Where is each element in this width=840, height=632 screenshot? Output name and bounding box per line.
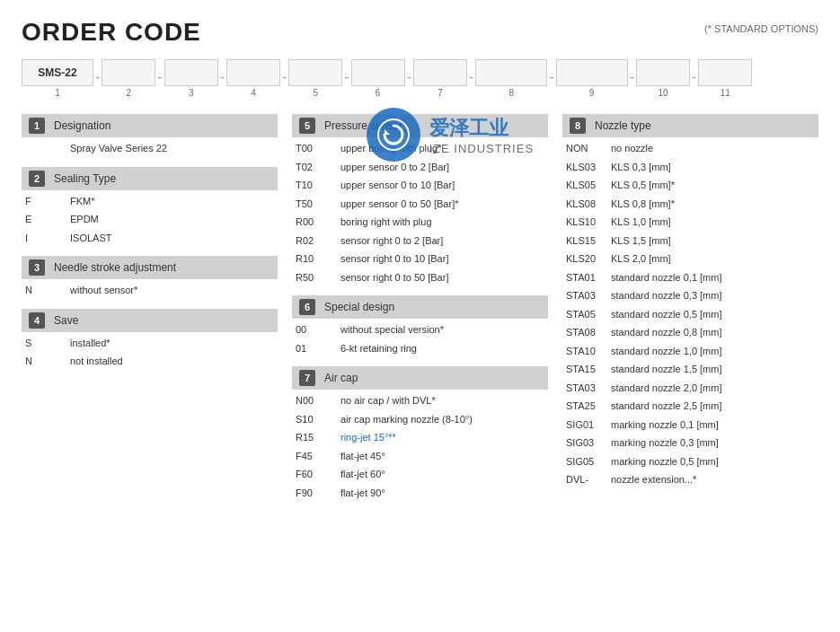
row-R50: R50 sensor right 0 to 50 [Bar] xyxy=(292,268,548,287)
section-6-header: 6 Special design xyxy=(292,295,548,319)
section-4: 4 Save S installed* N not installed xyxy=(22,309,278,371)
oc-sep-3: - xyxy=(280,69,288,98)
section-8-header: 8 Nozzle type xyxy=(562,114,818,137)
desc-F60: flat-jet 60° xyxy=(340,467,385,482)
oc-cell-3: 3 xyxy=(164,59,218,98)
desc-STA10: standard nozzle 1,0 [mm] xyxy=(611,344,722,359)
desc-KLS05: KLS 0,5 [mm]* xyxy=(611,178,675,193)
desc-F45: flat-jet 45° xyxy=(340,449,385,464)
section-5-header: 5 Pressure sensor xyxy=(292,114,548,137)
code-STA10: STA10 xyxy=(566,344,604,359)
row-01: 01 6-kt retaining ring xyxy=(292,339,548,358)
desc-R10: sensor right 0 to 10 [Bar] xyxy=(340,251,448,267)
section-4-header: 4 Save xyxy=(22,309,278,332)
row-STA01: STA01 standard nozzle 0,1 [mm] xyxy=(562,268,818,287)
row-STA03b: STA03 standard nozzle 2,0 [mm] xyxy=(562,379,818,398)
row-STA25: STA25 standard nozzle 2,5 [mm] xyxy=(562,397,818,416)
desc-SIG03: marking nozzle 0,3 [mm] xyxy=(611,435,719,451)
section-1-num: 1 xyxy=(29,118,45,134)
col-3: 8 Nozzle type NON no nozzle KLS03 KLS 0,… xyxy=(562,114,818,511)
oc-box-8 xyxy=(475,59,547,86)
code-01: 01 xyxy=(296,341,333,356)
code-T10: T10 xyxy=(296,178,333,193)
desc-save-s: installed* xyxy=(70,336,111,351)
oc-sep-8: - xyxy=(628,69,636,98)
desc-STA01: standard nozzle 0,1 [mm] xyxy=(611,270,722,285)
section-7-header: 7 Air cap xyxy=(292,366,548,390)
oc-cell-2: 2 xyxy=(102,59,155,98)
desc-KLS20: KLS 2,0 [mm] xyxy=(611,251,671,267)
desc-T02: upper sensor 0 to 2 [Bar] xyxy=(340,160,449,175)
oc-sep-2: - xyxy=(218,69,226,98)
row-KLS20: KLS20 KLS 2,0 [mm] xyxy=(562,250,818,268)
desc-STA25: standard nozzle 2,5 [mm] xyxy=(611,399,722,414)
section-6-title: Special design xyxy=(324,301,394,313)
code-STA03b: STA03 xyxy=(566,381,604,396)
desc-seal-i: ISOLAST xyxy=(70,231,111,246)
col-1: 1 Designation Spray Valve Series 22 2 Se… xyxy=(22,114,278,511)
desc-KLS08: KLS 0,8 [mm]* xyxy=(611,197,675,212)
desc-seal-f: FKM* xyxy=(70,194,95,209)
row-seal-e: E EPDM xyxy=(22,210,278,229)
desc-00: without special version* xyxy=(340,322,444,338)
oc-num-2: 2 xyxy=(127,88,132,98)
row-F45: F45 flat-jet 45° xyxy=(292,447,548,466)
code-save-s: S xyxy=(25,336,63,351)
row-DVL: DVL- nozzle extension...* xyxy=(562,470,818,489)
section-3-header: 3 Needle stroke adjustment xyxy=(22,256,278,279)
desc-STA03b: standard nozzle 2,0 [mm] xyxy=(611,381,722,396)
row-STA08: STA08 standard nozzle 0,8 [mm] xyxy=(562,323,818,342)
desc-F90: flat-jet 90° xyxy=(340,486,385,501)
section-8-title: Nozzle type xyxy=(595,119,651,132)
row-designation: Spray Valve Series 22 xyxy=(22,139,278,158)
row-R00: R00 boring right with plug xyxy=(292,213,548,232)
section-4-title: Save xyxy=(54,314,78,327)
row-KLS05: KLS05 KLS 0,5 [mm]* xyxy=(562,176,818,195)
row-needle-n: N without sensor* xyxy=(22,281,278,300)
row-R15: R15 ring-jet 15°** xyxy=(292,428,548,447)
row-SIG03: SIG03 marking nozzle 0,3 [mm] xyxy=(562,434,818,452)
code-F45: F45 xyxy=(296,449,333,464)
code-R00: R00 xyxy=(296,215,333,230)
oc-num-3: 3 xyxy=(189,88,194,98)
desc-R15: ring-jet 15°** xyxy=(340,430,396,445)
code-KLS03: KLS03 xyxy=(566,160,604,175)
desc-DVL: nozzle extension...* xyxy=(611,472,696,487)
oc-cell-6: 6 xyxy=(351,59,405,98)
desc-01: 6-kt retaining ring xyxy=(340,341,417,356)
section-2-header: 2 Sealing Type xyxy=(22,167,278,190)
oc-box-4 xyxy=(226,59,280,86)
oc-sep-0: - xyxy=(93,69,102,98)
row-SIG05: SIG05 marking nozzle 0,5 [mm] xyxy=(562,452,818,471)
section-4-num: 4 xyxy=(29,312,45,329)
row-KLS15: KLS15 KLS 1,5 [mm] xyxy=(562,232,818,250)
oc-box-6 xyxy=(351,59,405,86)
desc-SIG01: marking nozzle 0,1 [mm] xyxy=(611,417,719,433)
code-00: 00 xyxy=(296,322,333,338)
row-STA03: STA03 standard nozzle 0,3 [mm] xyxy=(562,286,818,305)
section-2-num: 2 xyxy=(29,171,45,187)
code-R15: R15 xyxy=(296,430,333,445)
desc-needle-n: without sensor* xyxy=(70,283,137,298)
page-header: ORDER CODE (* STANDARD OPTIONS) xyxy=(22,18,818,47)
oc-num-4: 4 xyxy=(251,88,256,98)
desc-seal-e: EPDM xyxy=(70,212,99,227)
oc-num-5: 5 xyxy=(314,88,319,98)
section-6: 6 Special design 00 without special vers… xyxy=(292,295,548,357)
oc-sep-7: - xyxy=(547,69,555,98)
desc-STA05: standard nozzle 0,5 [mm] xyxy=(611,307,722,322)
code-T00: T00 xyxy=(296,141,333,156)
code-save-n: N xyxy=(25,354,63,369)
code-seal-i: I xyxy=(25,231,63,246)
desc-S10: air cap marking nozzle (8-10°) xyxy=(340,412,473,427)
oc-cell-5: 5 xyxy=(288,59,342,98)
row-KLS03: KLS03 KLS 0,3 [mm] xyxy=(562,158,818,177)
row-T50: T50 upper sensor 0 to 50 [Bar]* xyxy=(292,195,548,214)
desc-save-n: not installed xyxy=(70,354,123,369)
row-S10: S10 air cap marking nozzle (8-10°) xyxy=(292,410,548,429)
code-R02: R02 xyxy=(296,233,333,249)
row-T10: T10 upper sensor 0 to 10 [Bar] xyxy=(292,176,548,195)
section-8-num: 8 xyxy=(570,118,586,134)
oc-cell-4: 4 xyxy=(226,59,280,98)
row-NON: NON no nozzle xyxy=(562,139,818,158)
